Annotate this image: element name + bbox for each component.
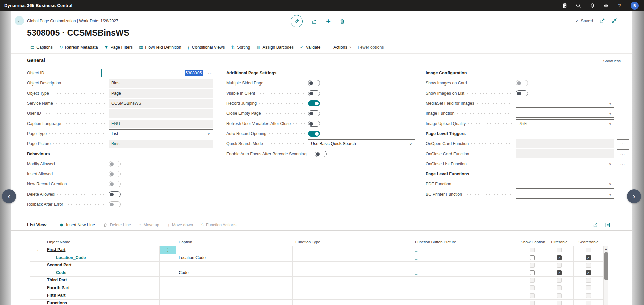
show-caption-checkbox[interactable] [530, 270, 535, 275]
image-function-dropdown[interactable]: ∨ [516, 109, 614, 118]
caption-cell[interactable] [176, 292, 293, 300]
image-upload-quality-dropdown[interactable]: 75%∨ [516, 119, 614, 128]
function-button-picture-cell[interactable]: _ [412, 254, 520, 262]
visible-in-client-toggle[interactable] [308, 90, 320, 96]
function-type-cell[interactable] [293, 269, 412, 277]
onclose-card-assist-button[interactable]: ··· [617, 149, 629, 158]
captions-button[interactable]: ▤Captions [30, 45, 53, 50]
table-row[interactable]: Fifth Part _ [30, 292, 603, 300]
function-type-cell[interactable] [293, 284, 412, 292]
function-button-picture-cell[interactable]: _ [412, 284, 520, 292]
function-button-picture-cell[interactable]: _ [412, 300, 520, 305]
caption-cell[interactable] [176, 284, 293, 292]
expand-icon[interactable] [605, 222, 610, 228]
record-jumping-toggle[interactable] [308, 100, 320, 106]
multiple-sided-page-toggle[interactable] [308, 80, 320, 86]
column-header-caption[interactable]: Caption [176, 238, 293, 246]
share-button[interactable] [311, 18, 318, 25]
row-menu-cell[interactable] [160, 300, 176, 305]
quick-search-mode-dropdown[interactable]: Use Basic Quick Search∨ [308, 139, 415, 148]
share-icon[interactable] [593, 222, 598, 228]
object-id-input[interactable]: 5308005 [101, 69, 205, 77]
object-name-cell[interactable]: Second Part [44, 262, 160, 269]
object-name-cell[interactable]: Third Part [44, 277, 160, 284]
onclose-list-function-dropdown[interactable]: ∨ [516, 160, 614, 168]
function-type-cell[interactable] [293, 254, 412, 262]
table-row[interactable]: → First Part ⋮ _ [30, 246, 603, 254]
auto-focus-barcode-toggle[interactable] [315, 151, 327, 157]
fewer-options-button[interactable]: Fewer options [358, 45, 384, 50]
object-id-assist-button[interactable]: ··· [208, 71, 213, 75]
table-row[interactable]: Second Part _ [30, 262, 603, 269]
notifications-bell-icon[interactable] [589, 3, 595, 8]
caption-language-field[interactable]: ENU [109, 120, 213, 128]
object-name-cell[interactable]: Functions [44, 300, 160, 305]
column-header-function-type[interactable]: Function Type [293, 238, 412, 246]
onclose-list-assist-button[interactable]: ··· [617, 160, 629, 168]
column-header-filterable[interactable]: Filterable [545, 238, 574, 246]
table-row[interactable]: Location_Code Location Code _ [30, 254, 603, 262]
conditional-views-button[interactable]: ƒConditional Views [188, 45, 225, 50]
insert-new-line-button[interactable]: Insert New Line [59, 223, 95, 227]
function-button-picture-cell[interactable]: _ [412, 277, 520, 284]
column-header-object-name[interactable]: Object Name [44, 238, 160, 246]
function-type-cell[interactable] [293, 262, 412, 269]
page-right-scroll-area[interactable] [632, 11, 644, 305]
searchable-checkbox[interactable] [586, 255, 591, 260]
object-name-cell[interactable]: Fourth Part [44, 284, 160, 292]
caption-cell[interactable] [176, 262, 293, 269]
caption-cell[interactable] [176, 246, 293, 254]
row-menu-cell[interactable] [160, 284, 176, 292]
filterable-checkbox[interactable] [557, 270, 562, 275]
object-name-cell[interactable]: Code [44, 269, 160, 277]
picture-link[interactable]: _ [415, 270, 417, 275]
row-menu-cell[interactable]: ⋮ [160, 246, 176, 254]
show-caption-checkbox[interactable] [530, 255, 535, 260]
validate-button[interactable]: ✓Validate [300, 45, 320, 50]
auto-record-opening-toggle[interactable] [308, 131, 320, 137]
bc-printer-function-dropdown[interactable]: ∨ [516, 190, 614, 199]
delete-button[interactable] [339, 18, 345, 24]
row-menu-cell[interactable] [160, 292, 176, 300]
table-row[interactable]: Fourth Part _ [30, 284, 603, 292]
row-menu-cell[interactable] [160, 277, 176, 284]
caption-cell[interactable]: Code [176, 269, 293, 277]
table-row[interactable]: Third Part _ [30, 277, 603, 284]
open-in-window-icon[interactable] [599, 18, 605, 24]
page-filters-button[interactable]: ▼Page Filters [104, 45, 133, 50]
onopen-card-assist-button[interactable]: ··· [617, 139, 629, 148]
picture-link[interactable]: _ [415, 263, 417, 267]
column-header-function-button-picture[interactable]: Function Button Picture [412, 238, 520, 246]
object-name-cell[interactable]: Location_Code [44, 254, 160, 262]
scrollbar-thumb[interactable] [604, 252, 608, 280]
kebab-menu-icon[interactable]: ⋮ [160, 246, 176, 254]
function-type-cell[interactable] [293, 292, 412, 300]
picture-link[interactable]: _ [415, 255, 417, 260]
page-picture-field[interactable]: Bins [109, 140, 213, 148]
function-type-cell[interactable] [293, 300, 412, 305]
delete-allowed-toggle[interactable] [109, 191, 121, 197]
page-type-dropdown[interactable]: List∨ [109, 129, 213, 138]
back-button[interactable]: ← [15, 16, 24, 25]
sorting-button[interactable]: ⇅Sorting [231, 45, 250, 50]
searchable-checkbox[interactable] [586, 270, 591, 275]
column-header-searchable[interactable]: Searchable [574, 238, 603, 246]
function-button-picture-cell[interactable]: _ [412, 292, 520, 300]
table-scrollbar[interactable]: ▲ [603, 246, 608, 305]
table-row[interactable]: Code Code _ [30, 269, 603, 277]
scrollbar-up-arrow-icon[interactable]: ▲ [604, 246, 608, 250]
edit-button[interactable] [291, 15, 303, 27]
settings-gear-icon[interactable] [603, 3, 609, 8]
row-menu-cell[interactable] [160, 262, 176, 269]
mobile-report-icon[interactable] [562, 3, 567, 8]
function-type-cell[interactable] [293, 277, 412, 284]
picture-link[interactable]: _ [415, 293, 417, 298]
pdf-function-dropdown[interactable]: ∨ [516, 180, 614, 189]
picture-link[interactable]: _ [415, 285, 417, 290]
function-button-picture-cell[interactable]: _ [412, 246, 520, 254]
assign-barcodes-button[interactable]: ▥Assign Barcodes [256, 45, 294, 50]
picture-link[interactable]: _ [415, 301, 417, 305]
refresh-user-variables-toggle[interactable] [308, 121, 320, 127]
help-icon[interactable]: ? [617, 3, 622, 8]
row-menu-cell[interactable] [160, 254, 176, 262]
